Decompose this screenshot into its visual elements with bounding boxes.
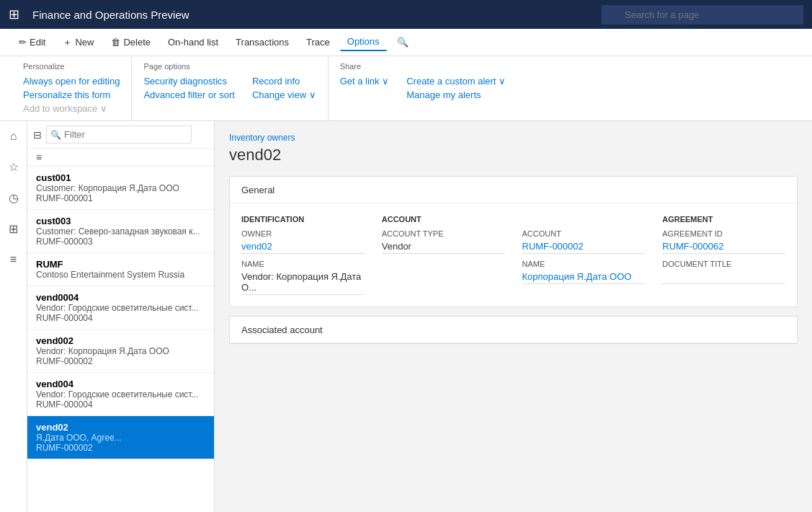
list-item[interactable]: RUMF Contoso Entertainment System Russia — [27, 253, 214, 286]
list-item-code: RUMF-000002 — [36, 443, 205, 453]
search-wrapper: 🔍 — [602, 5, 803, 25]
always-open-editing-link[interactable]: Always open for editing — [23, 75, 120, 87]
options-button[interactable]: Options — [340, 33, 387, 51]
list-item-code: RUMF-000004 — [36, 400, 205, 410]
list-item[interactable]: vend0004 Vendor: Городские осветительные… — [27, 286, 214, 330]
list-item-desc: Vendor: Городские осветительные сист... — [36, 389, 205, 400]
agreement-col: AGREEMENT Agreement ID RUMF-000062 Docum… — [662, 215, 785, 295]
general-field-grid: IDENTIFICATION Owner vend02 Name Vendor:… — [241, 215, 785, 295]
home-icon[interactable]: ⌂ — [7, 127, 20, 146]
manage-alerts-link[interactable]: Manage my alerts — [406, 89, 506, 101]
star-icon[interactable]: ☆ — [6, 157, 22, 177]
app-grid-icon[interactable]: ⊞ — [9, 6, 19, 22]
name-value: Vendor: Корпорация Я.Дата О... — [241, 271, 365, 295]
filter-input[interactable] — [46, 125, 192, 144]
list-item-code: RUMF-000003 — [36, 237, 205, 247]
filter-search-icon: 🔍 — [50, 130, 61, 140]
share-columns: Get a link ∨ Create a custom alert ∨ Man… — [340, 75, 506, 101]
identification-col: IDENTIFICATION Owner vend02 Name Vendor:… — [241, 215, 365, 295]
list-item[interactable]: vend002 Vendor: Корпорация Я.Дата ООО RU… — [27, 330, 214, 373]
ribbon-group-page-options: Page options Security diagnostics Advanc… — [132, 56, 328, 120]
page-options-col1: Security diagnostics Advanced filter or … — [143, 75, 234, 101]
app-title: Finance and Operations Preview — [32, 9, 593, 21]
name2-value[interactable]: Корпорация Я.Дата ООО — [522, 271, 646, 284]
list-item-code: RUMF-000001 — [36, 193, 205, 203]
main-layout: ⌂ ☆ ◷ ⊞ ≡ ⊟ 🔍 ≡ cust001 Customer: Корпор… — [0, 121, 812, 512]
plus-icon: ＋ — [63, 36, 72, 49]
list-item-id: vend02 — [36, 422, 205, 433]
list-item-desc: Contoso Entertainment System Russia — [36, 270, 205, 280]
list-control-lines-icon[interactable]: ≡ — [33, 150, 45, 164]
advanced-filter-link[interactable]: Advanced filter or sort — [143, 89, 234, 101]
account-type-field: Account type Vendor — [382, 229, 505, 254]
account-section-label: ACCOUNT — [382, 215, 505, 224]
account-name-col: X Account RUMF-000002 Name Корпорация Я.… — [522, 215, 646, 295]
list-item-id: vend0004 — [36, 292, 205, 303]
agreement-id-field: Agreement ID RUMF-000062 — [662, 229, 785, 254]
detail-panel: Inventory owners vend02 General IDENTIFI… — [215, 121, 812, 512]
record-info-link[interactable]: Record info — [252, 75, 316, 87]
filter-wrapper: 🔍 — [46, 125, 208, 144]
associated-account-header[interactable]: Associated account — [230, 317, 797, 343]
top-bar: ⊞ Finance and Operations Preview 🔍 — [0, 0, 812, 29]
ribbon-group-share: Share Get a link ∨ Create a custom alert… — [329, 56, 517, 120]
list-icon[interactable]: ≡ — [7, 250, 19, 269]
share-label: Share — [340, 62, 506, 71]
list-item-id: RUMF — [36, 259, 205, 270]
filter-funnel-icon[interactable]: ⊟ — [33, 129, 42, 141]
list-panel: ⊟ 🔍 ≡ cust001 Customer: Корпорация Я.Дат… — [27, 121, 215, 512]
owner-field: Owner vend02 — [241, 229, 365, 254]
create-custom-alert-link[interactable]: Create a custom alert ∨ — [406, 75, 506, 87]
ribbon-group-personalize: Personalize Always open for editing Pers… — [12, 56, 132, 120]
page-search-input[interactable] — [602, 5, 803, 25]
agreement-section-label: AGREEMENT — [662, 215, 785, 224]
list-toolbar: ⊟ 🔍 — [27, 121, 214, 149]
personalize-label: Personalize — [23, 62, 120, 71]
list-item-desc: Vendor: Городские осветительные сист... — [36, 303, 205, 313]
list-item-code: RUMF-000002 — [36, 356, 205, 366]
add-to-workspace-link[interactable]: Add to workspace ∨ — [23, 102, 120, 115]
list-item-id: cust003 — [36, 216, 205, 226]
general-section-header[interactable]: General — [230, 177, 797, 203]
action-search-icon: 🔍 — [397, 37, 409, 48]
trace-button[interactable]: Trace — [299, 34, 337, 50]
clock-icon[interactable]: ◷ — [6, 188, 22, 208]
list-item-id: vend004 — [36, 379, 205, 389]
sidebar-icons: ⌂ ☆ ◷ ⊞ ≡ — [0, 121, 27, 512]
general-section: General IDENTIFICATION Owner vend02 Name… — [229, 176, 798, 307]
name2-field: Name Корпорация Я.Дата ООО — [522, 260, 646, 284]
page-options-columns: Security diagnostics Advanced filter or … — [143, 75, 316, 101]
trash-icon: 🗑 — [111, 37, 120, 48]
agreement-id-label: Agreement ID — [662, 229, 785, 238]
account-label2: Account — [522, 229, 646, 238]
list-item-code: RUMF-000004 — [36, 313, 205, 323]
list-item[interactable]: cust003 Customer: Северо-западная звуков… — [27, 210, 214, 253]
delete-button[interactable]: 🗑 Delete — [104, 34, 158, 50]
new-button[interactable]: ＋ New — [55, 33, 101, 52]
account-field: Account RUMF-000002 — [522, 229, 646, 254]
account-link-value[interactable]: RUMF-000002 — [522, 241, 646, 254]
get-a-link-link[interactable]: Get a link ∨ — [340, 75, 390, 87]
page-options-col2: Record info Change view ∨ — [252, 75, 316, 101]
on-hand-list-button[interactable]: On-hand list — [161, 34, 226, 50]
owner-value[interactable]: vend02 — [241, 241, 365, 254]
general-section-body: IDENTIFICATION Owner vend02 Name Vendor:… — [230, 203, 797, 306]
list-item[interactable]: vend004 Vendor: Городские осветительные … — [27, 373, 214, 416]
change-view-link[interactable]: Change view ∨ — [252, 89, 316, 101]
grid-module-icon[interactable]: ⊞ — [6, 219, 21, 239]
list-controls: ≡ — [27, 149, 214, 167]
name2-label: Name — [522, 260, 646, 268]
edit-button[interactable]: ✏ Edit — [12, 34, 53, 50]
transactions-button[interactable]: Transactions — [228, 34, 296, 50]
list-item[interactable]: vend02 Я.Дата ООО, Agree... RUMF-000002 — [27, 416, 214, 459]
agreement-id-value[interactable]: RUMF-000062 — [662, 241, 785, 254]
name-label: Name — [241, 260, 365, 268]
list-item-desc: Я.Дата ООО, Agree... — [36, 433, 205, 443]
list-item[interactable]: cust001 Customer: Корпорация Я.Дата ООО … — [27, 167, 214, 210]
share-col2: Create a custom alert ∨ Manage my alerts — [406, 75, 506, 101]
breadcrumb[interactable]: Inventory owners — [229, 133, 798, 143]
personalize-form-link[interactable]: Personalize this form — [23, 89, 120, 101]
action-search-button[interactable]: 🔍 — [390, 34, 416, 50]
document-title-label: Document title — [662, 260, 785, 268]
security-diagnostics-link[interactable]: Security diagnostics — [143, 75, 234, 87]
